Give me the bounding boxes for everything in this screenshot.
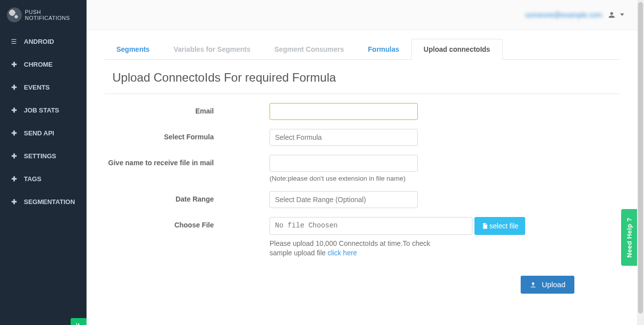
upload-button[interactable]: Upload [521, 276, 574, 294]
need-help-label: Need Help ? [626, 217, 633, 258]
form-actions: Upload [104, 276, 619, 294]
sidebar-item-send-api[interactable]: ✚ SEND API [0, 121, 87, 144]
filename-note: (Note:please don't use extension in file… [270, 175, 528, 182]
sidebar-item-label: TAGS [24, 175, 41, 183]
tab-label: Formulas [368, 45, 399, 53]
sidebar-collapse-button[interactable] [71, 318, 87, 325]
upload-form: Email Select Formula Give name to receiv… [104, 103, 619, 294]
upload-button-label: Upload [542, 280, 565, 289]
tab-upload-connectoids[interactable]: Upload connectoIds [411, 39, 503, 60]
plus-icon: ✚ [10, 129, 18, 137]
sidebar-item-label: CHROME [24, 61, 53, 68]
label-choose-file: Choose File [104, 217, 214, 229]
user-email[interactable]: someone@example.com [525, 11, 602, 19]
label-email: Email [104, 103, 214, 115]
row-choose-file: Choose File No file Choosen select file … [104, 217, 619, 258]
sidebar-item-label: SEND API [24, 129, 54, 137]
plus-icon: ✚ [10, 175, 18, 183]
svg-rect-0 [76, 323, 77, 325]
divider [104, 94, 619, 94]
scrollbar-thumb[interactable] [638, 2, 643, 314]
label-filename: Give name to receive file in mail [104, 155, 214, 167]
page-scrollbar[interactable] [637, 0, 644, 325]
brand: PUSH NOTIFICATIONS [0, 0, 87, 30]
upload-icon [530, 281, 537, 288]
tab-label: Segments [116, 45, 150, 53]
tabs: Segments Variables for Segments Segment … [104, 39, 619, 60]
topbar: someone@example.com [87, 0, 637, 30]
tab-formulas[interactable]: Formulas [356, 39, 411, 59]
tab-segments[interactable]: Segments [104, 39, 162, 59]
plus-icon: ✚ [10, 107, 18, 114]
tab-segment-consumers[interactable]: Segment Consumers [263, 39, 356, 59]
sidebar-item-job-stats[interactable]: ✚ JOB STATS [0, 99, 87, 121]
sidebar-item-settings[interactable]: ✚ SETTINGS [0, 144, 87, 167]
select-file-button[interactable]: select file [474, 217, 525, 235]
brand-title: PUSH NOTIFICATIONS [25, 9, 87, 21]
date-range-input[interactable] [270, 191, 418, 208]
email-input[interactable] [270, 103, 418, 120]
sidebar-item-events[interactable]: ✚ EVENTS [0, 76, 87, 99]
label-select-formula: Select Formula [104, 129, 214, 141]
plus-icon: ✚ [10, 152, 18, 160]
row-date-range: Date Range [104, 191, 619, 208]
sidebar-item-label: ANDROID [24, 38, 54, 45]
filename-input[interactable] [270, 155, 418, 172]
tab-label: Variables for Segments [174, 45, 251, 53]
label-date-range: Date Range [104, 191, 214, 203]
row-filename: Give name to receive file in mail (Note:… [104, 155, 619, 182]
caret-down-icon[interactable] [620, 13, 624, 16]
arrow-left-icon [75, 321, 82, 325]
file-help-text: Please upload 10,000 ConnectoIds at time… [270, 239, 449, 258]
need-help-tab[interactable]: Need Help ? [621, 209, 637, 266]
sidebar-item-tags[interactable]: ✚ TAGS [0, 167, 87, 190]
main: Segments Variables for Segments Segment … [87, 30, 637, 325]
formula-select[interactable] [270, 129, 418, 146]
sidebar: PUSH NOTIFICATIONS ☰ ANDROID ✚ CHROME ✚ … [0, 0, 87, 325]
plus-icon: ✚ [10, 198, 18, 206]
plus-icon: ✚ [10, 84, 18, 91]
user-icon[interactable] [608, 11, 615, 18]
tab-variables-for-segments[interactable]: Variables for Segments [162, 39, 263, 59]
sidebar-item-label: EVENTS [24, 84, 50, 91]
sample-file-link[interactable]: click here [328, 249, 357, 257]
row-select-formula: Select Formula [104, 129, 619, 146]
list-icon: ☰ [10, 38, 18, 45]
select-file-button-label: select file [489, 222, 518, 230]
brand-icon [7, 7, 22, 22]
sidebar-item-android[interactable]: ☰ ANDROID [0, 30, 87, 53]
sidebar-item-label: SEGMENTATION [24, 198, 75, 206]
sidebar-nav: ☰ ANDROID ✚ CHROME ✚ EVENTS ✚ JOB STATS … [0, 30, 87, 213]
plus-icon: ✚ [10, 61, 18, 68]
tab-label: Segment Consumers [275, 45, 344, 53]
file-icon [481, 222, 488, 229]
sidebar-item-segmentation[interactable]: ✚ SEGMENTATION [0, 190, 87, 213]
sidebar-item-chrome[interactable]: ✚ CHROME [0, 53, 87, 76]
sidebar-item-label: JOB STATS [24, 107, 59, 114]
row-email: Email [104, 103, 619, 120]
file-path-display: No file Choosen [270, 217, 472, 235]
section-title: Upload ConnectoIds For required Formula [112, 71, 619, 85]
tab-label: Upload connectoIds [424, 45, 490, 53]
segmentation-card: Segments Variables for Segments Segment … [104, 39, 619, 325]
sidebar-item-label: SETTINGS [24, 152, 56, 160]
